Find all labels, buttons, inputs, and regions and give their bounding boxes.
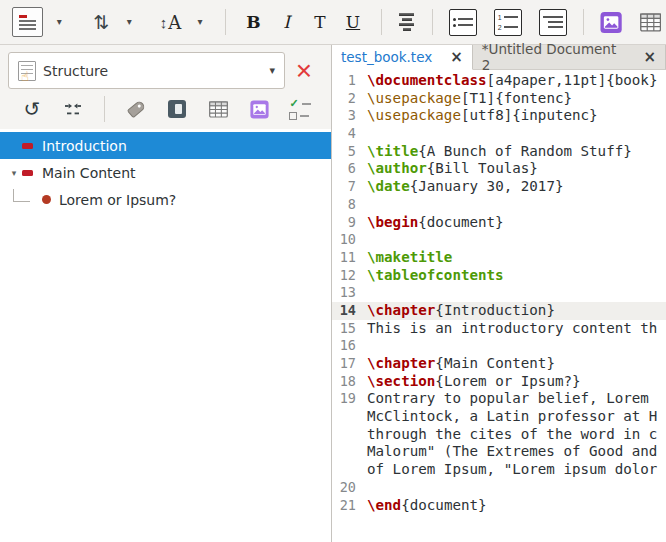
code-line[interactable]: of Lorem Ipsum, "Lorem ipsum dolor [332, 461, 666, 479]
font-size-dropdown[interactable]: ▾ [188, 7, 212, 37]
code-line[interactable]: McClintock, a Latin professor at H [332, 408, 666, 426]
code-line[interactable]: Malorum" (The Extremes of Good and [332, 443, 666, 461]
line-text: \usepackage[utf8]{inputenc} [367, 107, 598, 125]
chapter-marker-icon [22, 143, 33, 149]
show-figures-button[interactable] [248, 98, 270, 120]
structure-toolbar: ↺ [8, 89, 323, 129]
line-text: \begin{document} [367, 214, 504, 232]
code-line[interactable]: 2\usepackage[T1]{fontenc} [332, 90, 666, 108]
show-todos-button[interactable]: ✓ [289, 98, 311, 120]
tab-untitled-document-2[interactable]: *Untitled Document 2 × [473, 45, 666, 69]
insert-table-button[interactable] [637, 7, 664, 37]
code-line[interactable]: 4 [332, 125, 666, 143]
bulleted-list-icon [449, 9, 477, 36]
tree-item-label: Lorem or Ipsum? [59, 192, 176, 208]
line-number: 11 [332, 249, 356, 267]
code-line[interactable]: 16 [332, 337, 666, 355]
close-icon[interactable]: × [643, 50, 656, 65]
tree-item-label: Main Content [42, 165, 136, 181]
line-text: McClintock, a Latin professor at H [367, 408, 657, 426]
line-number: 6 [332, 160, 356, 178]
show-labels-button[interactable] [125, 98, 147, 120]
show-includes-button[interactable] [166, 98, 188, 120]
sectioning-button[interactable] [12, 7, 43, 37]
show-tables-button[interactable] [207, 98, 229, 120]
description-list-button[interactable] [536, 7, 570, 37]
resize-arrow-icon: ↕ [160, 15, 168, 30]
line-number: 7 [332, 178, 356, 196]
code-line[interactable]: 11\maketitle [332, 249, 666, 267]
line-number: 3 [332, 107, 356, 125]
underline-button[interactable]: U [338, 7, 367, 37]
line-number: 13 [332, 284, 356, 302]
close-panel-button[interactable]: × [285, 55, 323, 87]
code-line[interactable]: 5\title{A Bunch of Random Stuff} [332, 143, 666, 161]
tab-bar: test_book.tex × *Untitled Document 2 × [332, 45, 666, 70]
code-line[interactable]: 12\tableofcontents [332, 267, 666, 285]
side-panel: ☝ Structure ▾ × ↺ [0, 45, 331, 542]
enumerate-list-button[interactable]: 1 2 [491, 7, 525, 37]
center-align-icon [399, 13, 414, 31]
line-number: 20 [332, 479, 356, 497]
code-line[interactable]: 19Contrary to popular belief, Lorem [332, 390, 666, 408]
chevron-down-icon: ▾ [57, 17, 62, 27]
line-number [332, 426, 356, 444]
chevron-down-icon: ▾ [269, 65, 275, 76]
image-icon [600, 11, 622, 34]
references-button[interactable]: ⇅ [89, 7, 113, 37]
latex-editor-window: ▾ ⇅ ▾ ↕A ▾ B I T U [0, 0, 666, 542]
toolbar-separator [225, 9, 226, 35]
table-icon [640, 13, 661, 32]
line-number: 5 [332, 143, 356, 161]
tab-test-book[interactable]: test_book.tex × [332, 45, 473, 70]
panel-selector-label: Structure [43, 63, 108, 79]
code-line[interactable]: 1\documentclass[a4paper,11pt]{book} [332, 72, 666, 90]
tab-label: *Untitled Document 2 [482, 41, 626, 73]
main-toolbar: ▾ ⇅ ▾ ↕A ▾ B I T U [0, 0, 666, 45]
code-line[interactable]: 9\begin{document} [332, 214, 666, 232]
code-area[interactable]: 1\documentclass[a4paper,11pt]{book}2\use… [332, 70, 666, 542]
insert-figure-button[interactable] [597, 7, 625, 37]
font-size-button[interactable]: ↕A [157, 7, 184, 37]
line-number: 2 [332, 90, 356, 108]
close-icon[interactable]: × [450, 50, 463, 65]
line-number: 8 [332, 196, 356, 214]
sectioning-dropdown[interactable]: ▾ [47, 7, 71, 37]
code-line[interactable]: 10 [332, 231, 666, 249]
line-text: \usepackage[T1]{fontenc} [367, 90, 572, 108]
line-text: \tableofcontents [367, 267, 504, 285]
sectioning-icon [19, 15, 36, 30]
code-line[interactable]: 15This is an introductory content th [332, 320, 666, 338]
center-align-button[interactable] [395, 7, 419, 37]
typewriter-button[interactable]: T [305, 7, 334, 37]
references-dropdown[interactable]: ▾ [117, 7, 141, 37]
code-line[interactable]: 17\chapter{Main Content} [332, 355, 666, 373]
italic-button[interactable]: I [272, 7, 301, 37]
code-line[interactable]: 6\author{Bill Toulas} [332, 160, 666, 178]
code-line[interactable]: through the cites of the word in c [332, 426, 666, 444]
code-line[interactable]: 7\date{January 30, 2017} [332, 178, 666, 196]
itemize-list-button[interactable] [446, 7, 480, 37]
line-text: \date{January 30, 2017} [367, 178, 563, 196]
code-line[interactable]: 14\chapter{Introduction} [332, 302, 666, 320]
expander-icon[interactable]: ▾ [6, 168, 22, 178]
collapse-all-button[interactable] [62, 98, 84, 120]
line-text: of Lorem Ipsum, "Lorem ipsum dolor [367, 461, 657, 479]
code-line[interactable]: 18\section{Lorem or Ipsum?} [332, 373, 666, 391]
bold-button[interactable]: B [239, 7, 268, 37]
code-line[interactable]: 8 [332, 196, 666, 214]
code-line[interactable]: 13 [332, 284, 666, 302]
tree-item-introduction[interactable]: Introduction [0, 132, 331, 159]
line-number: 15 [332, 320, 356, 338]
line-text: \section{Lorem or Ipsum?} [367, 373, 581, 391]
code-line[interactable]: 21\end{document} [332, 497, 666, 515]
line-text: Malorum" (The Extremes of Good and [367, 443, 657, 461]
tree-item-lorem-or-ipsum[interactable]: Lorem or Ipsum? [0, 186, 331, 213]
code-line[interactable]: 20 [332, 479, 666, 497]
tree-item-main-content[interactable]: ▾ Main Content [0, 159, 331, 186]
panel-selector[interactable]: ☝ Structure ▾ [8, 52, 285, 89]
code-line[interactable]: 3\usepackage[utf8]{inputenc} [332, 107, 666, 125]
line-number: 16 [332, 337, 356, 355]
line-number: 9 [332, 214, 356, 232]
refresh-button[interactable]: ↺ [21, 98, 43, 120]
